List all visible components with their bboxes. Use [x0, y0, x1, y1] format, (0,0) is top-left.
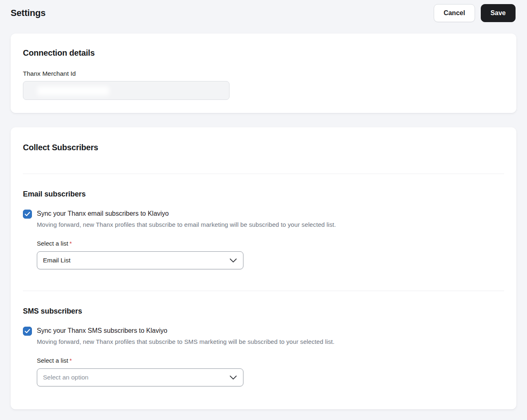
- sms-sync-checkbox-row: Sync your Thanx SMS subscribers to Klavi…: [23, 327, 504, 336]
- page-title: Settings: [11, 8, 45, 18]
- sms-subscribers-section: SMS subscribers Sync your Thanx SMS subs…: [23, 307, 504, 386]
- sms-list-select[interactable]: Select an option: [37, 368, 243, 386]
- connection-details-heading: Connection details: [23, 48, 504, 58]
- sms-sync-description: Moving forward, new Thanx profiles that …: [37, 338, 504, 345]
- sms-sync-checkbox[interactable]: [23, 327, 32, 336]
- sms-subscribers-heading: SMS subscribers: [23, 307, 504, 316]
- header-actions: Cancel Save: [434, 4, 516, 22]
- email-sync-checkbox[interactable]: [23, 210, 32, 219]
- save-button[interactable]: Save: [481, 4, 516, 22]
- email-sync-checkbox-row: Sync your Thanx email subscribers to Kla…: [23, 210, 504, 219]
- email-sync-description: Moving forward, new Thanx profiles that …: [37, 221, 504, 228]
- email-list-selected-value: Email List: [43, 257, 70, 264]
- email-subscribers-section: Email subscribers Sync your Thanx email …: [23, 190, 504, 269]
- sms-list-required-asterisk: *: [70, 357, 72, 364]
- sms-list-label: Select a list: [37, 357, 68, 364]
- merchant-id-label: Thanx Merchant Id: [23, 70, 504, 77]
- sms-list-placeholder: Select an option: [43, 374, 88, 381]
- cancel-button[interactable]: Cancel: [434, 4, 475, 22]
- email-list-label: Select a list: [37, 240, 68, 247]
- collect-subscribers-card: Collect Subscribers Email subscribers Sy…: [11, 127, 516, 409]
- section-divider: [23, 291, 504, 291]
- email-list-field: Select a list* Email List: [37, 240, 504, 269]
- collect-subscribers-heading: Collect Subscribers: [23, 143, 504, 152]
- section-divider: [23, 174, 504, 174]
- email-sync-checkbox-label[interactable]: Sync your Thanx email subscribers to Kla…: [37, 210, 169, 217]
- connection-details-card: Connection details Thanx Merchant Id: [11, 34, 516, 113]
- page-header: Settings Cancel Save: [0, 0, 527, 23]
- check-icon: [25, 212, 30, 217]
- chevron-down-icon: [230, 375, 237, 380]
- email-list-select[interactable]: Email List: [37, 251, 243, 269]
- merchant-id-redacted-value: [37, 86, 109, 95]
- email-list-required-asterisk: *: [70, 240, 72, 247]
- email-subscribers-heading: Email subscribers: [23, 190, 504, 199]
- sms-sync-checkbox-label[interactable]: Sync your Thanx SMS subscribers to Klavi…: [37, 327, 167, 334]
- sms-list-field: Select a list* Select an option: [37, 357, 504, 386]
- chevron-down-icon: [230, 258, 237, 263]
- merchant-id-field[interactable]: [23, 81, 230, 100]
- check-icon: [25, 329, 30, 334]
